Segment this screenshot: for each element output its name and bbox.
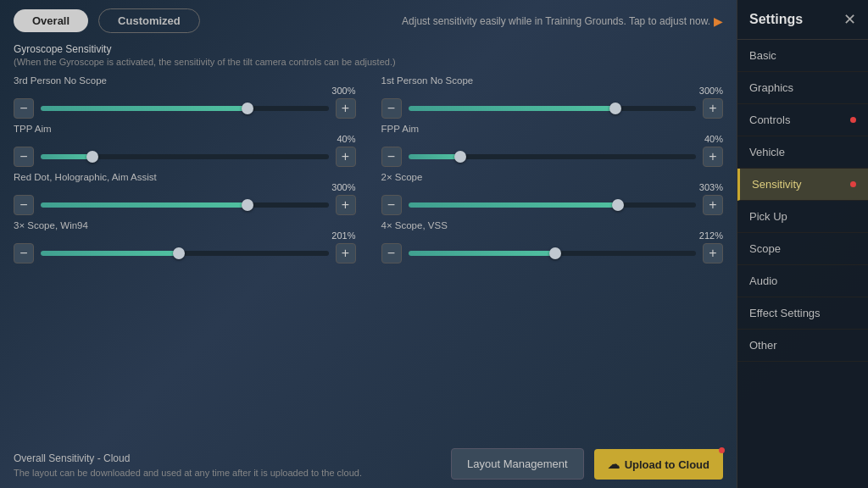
sidebar-item-other[interactable]: Other bbox=[737, 330, 868, 362]
sidebar-item-sensitivity[interactable]: Sensitivity bbox=[737, 169, 868, 201]
slider-track-4[interactable] bbox=[41, 202, 329, 208]
slider-decrease-0[interactable]: − bbox=[14, 98, 34, 119]
cloud-title: Overall Sensitivity - Cloud bbox=[14, 452, 441, 464]
slider-increase-0[interactable]: + bbox=[336, 98, 356, 119]
slider-row-7: − + bbox=[381, 243, 724, 263]
slider-thumb-7 bbox=[549, 247, 561, 259]
slider-fill-6 bbox=[41, 251, 179, 256]
sidebar-header: Settings ✕ bbox=[737, 0, 868, 40]
slider-group-0: 3rd Person No Scope 300% − + bbox=[14, 75, 356, 119]
slider-row-1: − + bbox=[381, 98, 724, 119]
tab-overall[interactable]: Overall bbox=[14, 9, 88, 32]
slider-track-3[interactable] bbox=[409, 154, 697, 159]
slider-value-4: 300% bbox=[14, 182, 356, 192]
sidebar-item-controls-label: Controls bbox=[749, 114, 790, 126]
slider-fill-3 bbox=[409, 154, 460, 159]
slider-group-1: 1st Person No Scope 300% − + bbox=[381, 75, 724, 119]
slider-thumb-2 bbox=[86, 151, 98, 163]
slider-fill-2 bbox=[41, 154, 92, 159]
slider-value-6: 201% bbox=[14, 230, 356, 241]
main-panel: Overall Customized Adjust sensitivity ea… bbox=[0, 0, 737, 488]
slider-label-5: 2× Scope bbox=[381, 172, 724, 182]
sidebar-item-vehicle[interactable]: Vehicle bbox=[737, 136, 868, 169]
sidebar-item-scope-label: Scope bbox=[749, 242, 781, 255]
sidebar-item-scope[interactable]: Scope bbox=[737, 233, 868, 265]
sidebar-item-audio-label: Audio bbox=[749, 274, 777, 287]
slider-fill-5 bbox=[409, 202, 619, 208]
slider-increase-6[interactable]: + bbox=[336, 243, 356, 263]
cloud-info: Overall Sensitivity - Cloud The layout c… bbox=[14, 452, 441, 480]
sidebar-item-controls[interactable]: Controls bbox=[737, 104, 868, 136]
slider-increase-2[interactable]: + bbox=[336, 147, 356, 167]
slider-thumb-5 bbox=[612, 199, 624, 211]
slider-decrease-7[interactable]: − bbox=[381, 243, 402, 263]
slider-row-2: − + bbox=[14, 147, 356, 167]
close-button[interactable]: ✕ bbox=[843, 10, 856, 29]
slider-decrease-4[interactable]: − bbox=[14, 195, 34, 215]
slider-decrease-6[interactable]: − bbox=[14, 243, 34, 263]
section-title: Gyroscope Sensitivity bbox=[14, 43, 723, 55]
training-notice: Adjust sensitivity easily while in Train… bbox=[402, 14, 723, 28]
slider-group-2: TPP Aim 40% − + bbox=[14, 124, 356, 167]
slider-value-1: 300% bbox=[381, 86, 724, 96]
slider-fill-7 bbox=[409, 251, 555, 256]
upload-btn-label: Upload to Cloud bbox=[625, 458, 709, 471]
slider-group-4: Red Dot, Holographic, Aim Assist 300% − … bbox=[14, 172, 356, 215]
slider-label-6: 3× Scope, Win94 bbox=[14, 220, 356, 230]
bottom-bar: Overall Sensitivity - Cloud The layout c… bbox=[0, 440, 737, 488]
slider-decrease-5[interactable]: − bbox=[381, 195, 402, 215]
slider-row-3: − + bbox=[381, 147, 724, 167]
sensitivity-content: Gyroscope Sensitivity (When the Gyroscop… bbox=[0, 38, 737, 440]
slider-label-1: 1st Person No Scope bbox=[381, 75, 724, 86]
slider-decrease-3[interactable]: − bbox=[381, 147, 402, 167]
layout-management-button[interactable]: Layout Management bbox=[451, 448, 584, 480]
slider-row-4: − + bbox=[14, 195, 356, 215]
slider-track-1[interactable] bbox=[409, 106, 697, 111]
slider-track-0[interactable] bbox=[41, 106, 329, 111]
slider-group-6: 3× Scope, Win94 201% − + bbox=[14, 220, 356, 263]
slider-decrease-2[interactable]: − bbox=[14, 147, 34, 167]
slider-label-3: FPP Aim bbox=[381, 124, 724, 134]
sidebar-item-pickup[interactable]: Pick Up bbox=[737, 201, 868, 233]
slider-increase-3[interactable]: + bbox=[703, 147, 723, 167]
sidebar-item-basic[interactable]: Basic bbox=[737, 40, 868, 72]
sidebar-item-audio[interactable]: Audio bbox=[737, 265, 868, 297]
slider-value-0: 300% bbox=[14, 86, 356, 96]
sidebar-item-effect[interactable]: Effect Settings bbox=[737, 297, 868, 330]
upload-to-cloud-button[interactable]: ☁ Upload to Cloud bbox=[594, 449, 723, 480]
sidebar-item-graphics-label: Graphics bbox=[749, 81, 793, 94]
slider-row-6: − + bbox=[14, 243, 356, 263]
slider-decrease-1[interactable]: − bbox=[381, 98, 402, 119]
slider-increase-4[interactable]: + bbox=[336, 195, 356, 215]
sidebar-item-effect-label: Effect Settings bbox=[749, 307, 821, 319]
sidebar-item-vehicle-label: Vehicle bbox=[749, 146, 785, 158]
notice-arrow-icon[interactable]: ▶ bbox=[714, 14, 723, 28]
slider-increase-7[interactable]: + bbox=[703, 243, 723, 263]
slider-thumb-0 bbox=[242, 103, 253, 114]
cloud-desc: The layout can be downloaded and used at… bbox=[14, 467, 441, 480]
slider-value-3: 40% bbox=[381, 134, 724, 144]
sensitivity-notification-dot bbox=[850, 181, 856, 187]
slider-track-5[interactable] bbox=[409, 202, 697, 208]
slider-increase-1[interactable]: + bbox=[703, 98, 723, 119]
slider-track-6[interactable] bbox=[41, 251, 329, 256]
slider-label-7: 4× Scope, VSS bbox=[381, 220, 724, 230]
slider-track-2[interactable] bbox=[41, 154, 329, 159]
sidebar-item-graphics[interactable]: Graphics bbox=[737, 72, 868, 104]
notice-text: Adjust sensitivity easily while in Train… bbox=[402, 15, 710, 27]
slider-thumb-4 bbox=[242, 199, 253, 211]
sliders-grid: 3rd Person No Scope 300% − + 1st Person … bbox=[14, 75, 723, 263]
slider-fill-0 bbox=[41, 106, 248, 111]
upload-icon: ☁ bbox=[608, 458, 620, 471]
upload-notification-dot bbox=[719, 447, 725, 453]
sidebar-item-pickup-label: Pick Up bbox=[749, 210, 787, 223]
slider-track-7[interactable] bbox=[409, 251, 697, 256]
slider-thumb-1 bbox=[609, 103, 621, 114]
slider-group-7: 4× Scope, VSS 212% − + bbox=[381, 220, 724, 263]
slider-thumb-3 bbox=[454, 151, 466, 163]
slider-increase-5[interactable]: + bbox=[703, 195, 723, 215]
settings-sidebar: Settings ✕ Basic Graphics Controls Vehic… bbox=[737, 0, 868, 488]
tab-customized[interactable]: Customized bbox=[98, 8, 200, 33]
slider-fill-1 bbox=[409, 106, 615, 111]
sidebar-item-basic-label: Basic bbox=[749, 49, 776, 62]
